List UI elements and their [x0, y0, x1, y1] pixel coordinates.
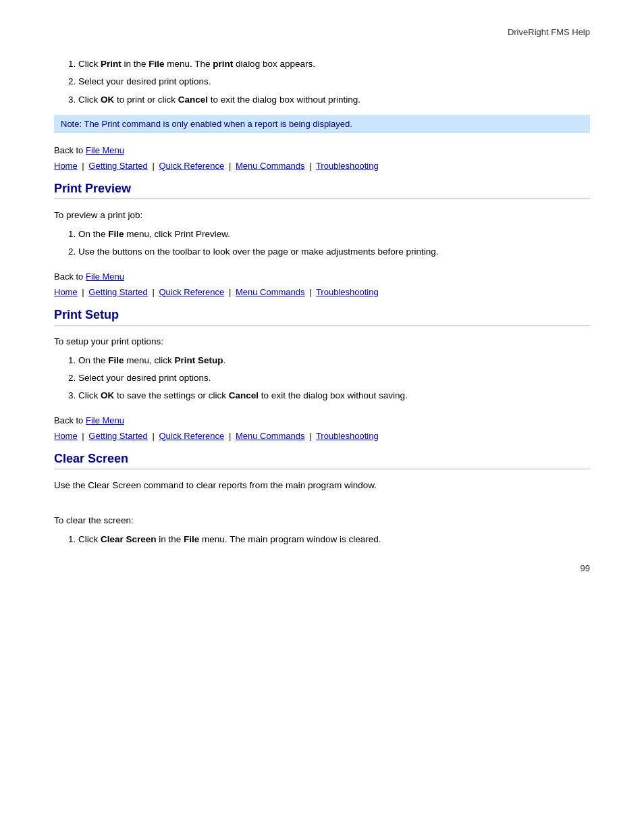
list-item: Select your desired print options.: [78, 371, 590, 385]
print-preview-intro: To preview a print job:: [54, 209, 590, 222]
list-item: On the File menu, click Print Preview.: [78, 228, 590, 241]
page-header: DriveRight FMS Help: [54, 27, 590, 37]
menu-commands-link[interactable]: Menu Commands: [236, 161, 305, 171]
clear-screen-section: Clear Screen Use the Clear Screen comman…: [54, 452, 590, 547]
quick-reference-link[interactable]: Quick Reference: [159, 161, 224, 171]
print-setup-intro: To setup your print options:: [54, 335, 590, 348]
list-item: Click Clear Screen in the File menu. The…: [78, 533, 590, 546]
list-item: Select your desired print options.: [78, 75, 590, 88]
troubleshooting-link[interactable]: Troubleshooting: [316, 161, 379, 171]
list-item: Click OK to save the settings or click C…: [78, 389, 590, 402]
note-box: Note: The Print command is only enabled …: [54, 115, 590, 133]
file-menu-link-2[interactable]: File Menu: [86, 271, 124, 282]
print-setup-section: Print Setup To setup your print options:…: [54, 308, 590, 441]
file-menu-link[interactable]: File Menu: [86, 145, 124, 155]
nav-links-2: Home | Getting Started | Quick Reference…: [54, 287, 590, 297]
back-to-file-menu-3: Back to File Menu: [54, 415, 590, 425]
file-menu-link-3[interactable]: File Menu: [86, 415, 124, 425]
troubleshooting-link-2[interactable]: Troubleshooting: [316, 287, 379, 297]
note-text: Note: The Print command is only enabled …: [61, 119, 352, 129]
print-section: Click Print in the File menu. The print …: [54, 57, 590, 171]
print-preview-section: Print Preview To preview a print job: On…: [54, 182, 590, 297]
list-item: Use the buttons on the toolbar to look o…: [78, 245, 590, 259]
troubleshooting-link-3[interactable]: Troubleshooting: [316, 431, 379, 441]
print-setup-heading: Print Setup: [54, 308, 590, 325]
menu-commands-link-2[interactable]: Menu Commands: [236, 287, 305, 297]
list-item: Click OK to print or click Cancel to exi…: [78, 93, 590, 107]
home-link-2[interactable]: Home: [54, 287, 78, 297]
clear-screen-steps-list: Click Clear Screen in the File menu. The…: [78, 533, 590, 546]
getting-started-link-3[interactable]: Getting Started: [88, 431, 147, 441]
menu-commands-link-3[interactable]: Menu Commands: [236, 431, 305, 441]
home-link-3[interactable]: Home: [54, 431, 78, 441]
quick-reference-link-3[interactable]: Quick Reference: [159, 431, 224, 441]
getting-started-link-2[interactable]: Getting Started: [88, 287, 147, 297]
clear-screen-description: Use the Clear Screen command to clear re…: [54, 479, 590, 492]
print-setup-steps-list: On the File menu, click Print Setup. Sel…: [78, 354, 590, 403]
clear-screen-heading: Clear Screen: [54, 452, 590, 469]
header-title: DriveRight FMS Help: [508, 27, 590, 37]
home-link[interactable]: Home: [54, 161, 78, 171]
back-to-file-menu: Back to File Menu: [54, 145, 590, 155]
list-item: Click Print in the File menu. The print …: [78, 57, 590, 71]
clear-screen-intro: To clear the screen:: [54, 514, 590, 527]
print-steps-list: Click Print in the File menu. The print …: [78, 57, 590, 107]
page-number: 99: [581, 563, 590, 573]
list-item: On the File menu, click Print Setup.: [78, 354, 590, 367]
print-preview-steps-list: On the File menu, click Print Preview. U…: [78, 228, 590, 259]
print-preview-heading: Print Preview: [54, 182, 590, 199]
back-to-file-menu-2: Back to File Menu: [54, 271, 590, 282]
nav-links-1: Home | Getting Started | Quick Reference…: [54, 161, 590, 171]
nav-links-3: Home | Getting Started | Quick Reference…: [54, 431, 590, 441]
quick-reference-link-2[interactable]: Quick Reference: [159, 287, 224, 297]
getting-started-link[interactable]: Getting Started: [88, 161, 147, 171]
